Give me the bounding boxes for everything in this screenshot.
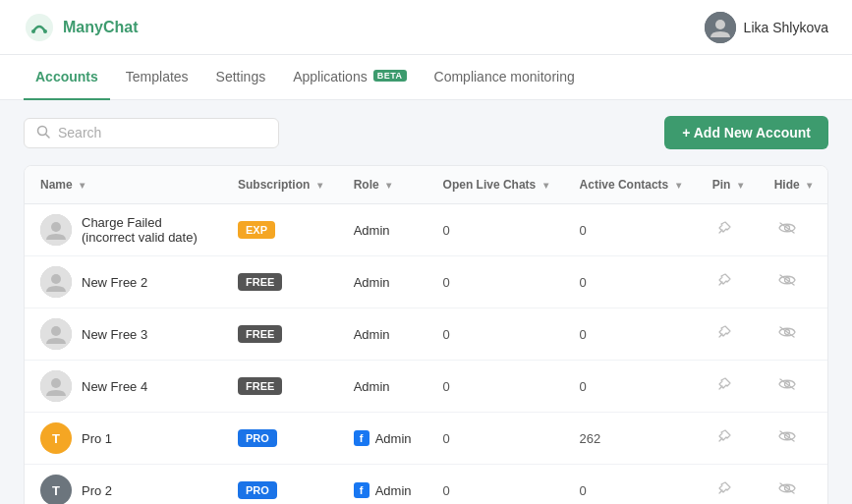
- svg-line-27: [719, 438, 722, 441]
- cell-subscription: FREE: [222, 308, 338, 361]
- table-row: T Pro 1 PROfAdmin0262: [25, 413, 827, 465]
- table-row: New Free 3 FREEAdmin00: [25, 308, 827, 361]
- col-subscription[interactable]: Subscription ▾: [222, 166, 338, 204]
- cell-name: T Pro 1: [25, 413, 222, 465]
- header: ManyChat Lika Shlykova: [0, 0, 852, 55]
- cell-subscription: FREE: [222, 256, 338, 308]
- cell-role: Admin: [338, 361, 427, 413]
- svg-point-18: [51, 326, 61, 336]
- nav-label-applications: Applications: [293, 69, 368, 84]
- nav-item-accounts[interactable]: Accounts: [24, 55, 110, 100]
- cell-name: New Free 2: [25, 256, 222, 308]
- cell-open-live-chats: 0: [427, 413, 564, 465]
- sort-icon-hide: ▾: [807, 180, 812, 191]
- pin-button[interactable]: [712, 268, 736, 296]
- add-account-button[interactable]: + Add New Account: [664, 116, 828, 149]
- cell-open-live-chats: 0: [427, 256, 564, 308]
- cell-subscription: PRO: [222, 413, 338, 465]
- nav-label-compliance: Compliance monitoring: [434, 69, 575, 84]
- svg-line-30: [719, 490, 722, 493]
- col-active-contacts[interactable]: Active Contacts ▾: [564, 166, 697, 204]
- pin-button[interactable]: [712, 216, 736, 244]
- account-avatar: [40, 318, 72, 350]
- logo-text: ManyChat: [63, 19, 138, 36]
- account-name: New Free 2: [82, 275, 147, 290]
- subscription-badge: PRO: [238, 481, 277, 499]
- cell-role: Admin: [338, 256, 427, 308]
- sort-icon-pin: ▾: [738, 180, 743, 191]
- role-label: Admin: [354, 327, 390, 342]
- search-icon: [36, 125, 50, 141]
- svg-line-6: [46, 134, 50, 138]
- role-label: Admin: [354, 275, 390, 290]
- cell-name: Charge Failed (incorrect valid date): [25, 204, 222, 256]
- subscription-badge: EXP: [238, 221, 275, 239]
- hide-button[interactable]: [774, 425, 800, 451]
- nav-item-compliance[interactable]: Compliance monitoring: [423, 55, 587, 100]
- hide-button[interactable]: [774, 269, 800, 295]
- sort-icon-contacts: ▾: [676, 180, 681, 191]
- account-avatar: T: [40, 475, 72, 504]
- nav-item-templates[interactable]: Templates: [114, 55, 200, 100]
- cell-pin: [697, 308, 759, 361]
- cell-pin: [697, 413, 759, 465]
- avatar: [705, 12, 736, 43]
- svg-point-23: [51, 378, 61, 388]
- col-open-live-chats[interactable]: Open Live Chats ▾: [427, 166, 564, 204]
- table-row: New Free 4 FREEAdmin00: [25, 361, 827, 413]
- facebook-icon: f: [354, 430, 369, 446]
- cell-pin: [697, 465, 759, 505]
- cell-pin: [697, 256, 759, 308]
- user-info[interactable]: Lika Shlykova: [705, 12, 828, 43]
- search-input[interactable]: [58, 125, 266, 140]
- cell-name: T Pro 2: [25, 465, 222, 505]
- account-avatar: [40, 214, 72, 246]
- svg-line-9: [719, 230, 722, 233]
- account-name: Pro 2: [82, 483, 112, 498]
- pin-button[interactable]: [712, 320, 736, 348]
- svg-point-2: [43, 29, 47, 33]
- col-role[interactable]: Role ▾: [338, 166, 427, 204]
- cell-name: New Free 3: [25, 308, 222, 361]
- nav-item-settings[interactable]: Settings: [204, 55, 278, 100]
- cell-hide: [759, 308, 827, 361]
- table-row: T Pro 2 PROfAdmin00: [25, 465, 827, 505]
- nav-label-accounts: Accounts: [35, 69, 98, 84]
- cell-hide: [759, 361, 827, 413]
- cell-subscription: FREE: [222, 361, 338, 413]
- pin-button[interactable]: [712, 476, 736, 504]
- pin-button[interactable]: [712, 424, 736, 452]
- sort-icon-chats: ▾: [543, 180, 548, 191]
- table-header-row: Name ▾ Subscription ▾ Role ▾ Open Live C…: [25, 166, 827, 204]
- toolbar: + Add New Account: [0, 100, 852, 165]
- user-name: Lika Shlykova: [744, 20, 828, 35]
- cell-name: New Free 4: [25, 361, 222, 413]
- svg-point-13: [51, 274, 61, 284]
- table-row: New Free 2 FREEAdmin00: [25, 256, 827, 308]
- nav-item-applications[interactable]: Applications BETA: [281, 55, 418, 100]
- hide-button[interactable]: [774, 477, 800, 503]
- subscription-badge: FREE: [238, 273, 282, 291]
- beta-badge: BETA: [373, 70, 407, 82]
- svg-line-24: [719, 386, 722, 389]
- cell-hide: [759, 204, 827, 256]
- cell-hide: [759, 413, 827, 465]
- hide-button[interactable]: [774, 217, 800, 243]
- role-label: Admin: [375, 431, 412, 446]
- col-hide[interactable]: Hide ▾: [759, 166, 827, 204]
- col-pin[interactable]: Pin ▾: [697, 166, 759, 204]
- hide-button[interactable]: [774, 321, 800, 347]
- svg-line-19: [719, 334, 722, 337]
- cell-role: Admin: [338, 204, 427, 256]
- account-avatar: [40, 370, 72, 402]
- pin-button[interactable]: [712, 372, 736, 400]
- cell-open-live-chats: 0: [427, 361, 564, 413]
- col-name[interactable]: Name ▾: [25, 166, 222, 204]
- svg-point-8: [51, 222, 61, 232]
- logo[interactable]: ManyChat: [24, 12, 138, 43]
- cell-pin: [697, 204, 759, 256]
- hide-button[interactable]: [774, 373, 800, 399]
- cell-active-contacts: 262: [564, 413, 697, 465]
- cell-hide: [759, 465, 827, 505]
- subscription-badge: FREE: [238, 325, 282, 343]
